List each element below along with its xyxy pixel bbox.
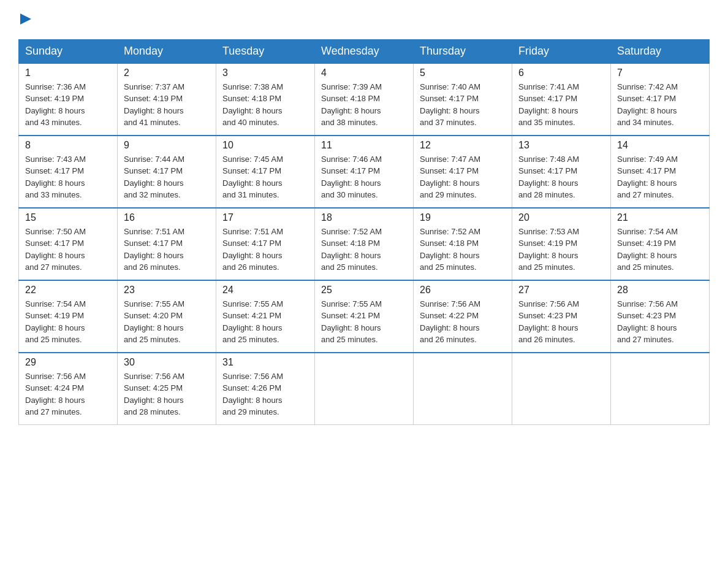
- day-info: Sunrise: 7:54 AM Sunset: 4:19 PM Dayligh…: [25, 298, 111, 346]
- day-number: 5: [420, 67, 506, 79]
- day-of-week-header: Thursday: [414, 39, 512, 63]
- calendar-cell: [414, 353, 512, 425]
- day-info: Sunrise: 7:46 AM Sunset: 4:17 PM Dayligh…: [321, 153, 407, 201]
- day-info: Sunrise: 7:45 AM Sunset: 4:17 PM Dayligh…: [222, 153, 308, 201]
- day-number: 21: [617, 212, 703, 223]
- day-number: 18: [321, 212, 407, 223]
- day-info: Sunrise: 7:56 AM Sunset: 4:23 PM Dayligh…: [617, 298, 703, 346]
- day-info: Sunrise: 7:52 AM Sunset: 4:18 PM Dayligh…: [420, 226, 506, 274]
- week-row: 1 Sunrise: 7:36 AM Sunset: 4:19 PM Dayli…: [19, 63, 710, 136]
- calendar-cell: 27 Sunrise: 7:56 AM Sunset: 4:23 PM Dayl…: [512, 280, 611, 353]
- week-row: 22 Sunrise: 7:54 AM Sunset: 4:19 PM Dayl…: [19, 280, 710, 353]
- calendar-cell: 21 Sunrise: 7:54 AM Sunset: 4:19 PM Dayl…: [611, 208, 710, 280]
- week-row: 29 Sunrise: 7:56 AM Sunset: 4:24 PM Dayl…: [19, 353, 710, 425]
- day-info: Sunrise: 7:48 AM Sunset: 4:17 PM Dayligh…: [518, 153, 604, 201]
- calendar-cell: 11 Sunrise: 7:46 AM Sunset: 4:17 PM Dayl…: [315, 136, 414, 208]
- calendar-cell: 29 Sunrise: 7:56 AM Sunset: 4:24 PM Dayl…: [19, 353, 118, 425]
- calendar-cell: 17 Sunrise: 7:51 AM Sunset: 4:17 PM Dayl…: [216, 208, 315, 280]
- day-info: Sunrise: 7:51 AM Sunset: 4:17 PM Dayligh…: [222, 226, 308, 274]
- day-number: 8: [25, 140, 111, 151]
- calendar-cell: [512, 353, 611, 425]
- calendar-cell: 10 Sunrise: 7:45 AM Sunset: 4:17 PM Dayl…: [216, 136, 315, 208]
- day-info: Sunrise: 7:49 AM Sunset: 4:17 PM Dayligh…: [617, 153, 703, 201]
- day-info: Sunrise: 7:39 AM Sunset: 4:18 PM Dayligh…: [321, 81, 407, 129]
- svg-marker-0: [20, 13, 31, 25]
- day-info: Sunrise: 7:56 AM Sunset: 4:22 PM Dayligh…: [420, 298, 506, 346]
- day-number: 30: [124, 357, 210, 368]
- day-number: 3: [222, 67, 308, 79]
- day-number: 31: [222, 357, 308, 368]
- day-number: 24: [222, 285, 308, 296]
- day-info: Sunrise: 7:56 AM Sunset: 4:24 PM Dayligh…: [25, 370, 111, 418]
- calendar-cell: 20 Sunrise: 7:53 AM Sunset: 4:19 PM Dayl…: [512, 208, 611, 280]
- day-info: Sunrise: 7:51 AM Sunset: 4:17 PM Dayligh…: [124, 226, 210, 274]
- calendar-table: SundayMondayTuesdayWednesdayThursdayFrid…: [18, 39, 710, 425]
- day-number: 16: [124, 212, 210, 223]
- day-info: Sunrise: 7:43 AM Sunset: 4:17 PM Dayligh…: [25, 153, 111, 201]
- calendar-cell: 28 Sunrise: 7:56 AM Sunset: 4:23 PM Dayl…: [611, 280, 710, 353]
- day-info: Sunrise: 7:36 AM Sunset: 4:19 PM Dayligh…: [25, 81, 111, 129]
- day-info: Sunrise: 7:50 AM Sunset: 4:17 PM Dayligh…: [25, 226, 111, 274]
- day-info: Sunrise: 7:44 AM Sunset: 4:17 PM Dayligh…: [124, 153, 210, 201]
- days-of-week-row: SundayMondayTuesdayWednesdayThursdayFrid…: [19, 39, 710, 63]
- day-number: 9: [124, 140, 210, 151]
- day-number: 10: [222, 140, 308, 151]
- calendar-cell: [611, 353, 710, 425]
- day-of-week-header: Tuesday: [216, 39, 315, 63]
- day-of-week-header: Wednesday: [315, 39, 414, 63]
- day-number: 2: [124, 67, 210, 79]
- calendar-cell: 18 Sunrise: 7:52 AM Sunset: 4:18 PM Dayl…: [315, 208, 414, 280]
- day-number: 17: [222, 212, 308, 223]
- day-number: 12: [420, 140, 506, 151]
- header-section: [18, 12, 710, 27]
- day-number: 20: [518, 212, 604, 223]
- calendar-cell: 6 Sunrise: 7:41 AM Sunset: 4:17 PM Dayli…: [512, 63, 611, 136]
- day-of-week-header: Friday: [512, 39, 611, 63]
- calendar-cell: 2 Sunrise: 7:37 AM Sunset: 4:19 PM Dayli…: [118, 63, 216, 136]
- day-number: 19: [420, 212, 506, 223]
- day-of-week-header: Monday: [118, 39, 216, 63]
- day-info: Sunrise: 7:55 AM Sunset: 4:20 PM Dayligh…: [124, 298, 210, 346]
- day-number: 4: [321, 67, 407, 79]
- day-number: 29: [25, 357, 111, 368]
- calendar-cell: 14 Sunrise: 7:49 AM Sunset: 4:17 PM Dayl…: [611, 136, 710, 208]
- week-row: 15 Sunrise: 7:50 AM Sunset: 4:17 PM Dayl…: [19, 208, 710, 280]
- calendar-cell: 9 Sunrise: 7:44 AM Sunset: 4:17 PM Dayli…: [118, 136, 216, 208]
- day-number: 27: [518, 285, 604, 296]
- calendar-cell: 1 Sunrise: 7:36 AM Sunset: 4:19 PM Dayli…: [19, 63, 118, 136]
- calendar-cell: 15 Sunrise: 7:50 AM Sunset: 4:17 PM Dayl…: [19, 208, 118, 280]
- day-info: Sunrise: 7:54 AM Sunset: 4:19 PM Dayligh…: [617, 226, 703, 274]
- logo-area: [18, 12, 31, 27]
- day-info: Sunrise: 7:56 AM Sunset: 4:26 PM Dayligh…: [222, 370, 308, 418]
- day-info: Sunrise: 7:55 AM Sunset: 4:21 PM Dayligh…: [222, 298, 308, 346]
- day-number: 23: [124, 285, 210, 296]
- week-row: 8 Sunrise: 7:43 AM Sunset: 4:17 PM Dayli…: [19, 136, 710, 208]
- calendar-cell: 16 Sunrise: 7:51 AM Sunset: 4:17 PM Dayl…: [118, 208, 216, 280]
- calendar-cell: 7 Sunrise: 7:42 AM Sunset: 4:17 PM Dayli…: [611, 63, 710, 136]
- calendar-cell: 25 Sunrise: 7:55 AM Sunset: 4:21 PM Dayl…: [315, 280, 414, 353]
- calendar-cell: 22 Sunrise: 7:54 AM Sunset: 4:19 PM Dayl…: [19, 280, 118, 353]
- day-info: Sunrise: 7:38 AM Sunset: 4:18 PM Dayligh…: [222, 81, 308, 129]
- day-info: Sunrise: 7:41 AM Sunset: 4:17 PM Dayligh…: [518, 81, 604, 129]
- day-info: Sunrise: 7:55 AM Sunset: 4:21 PM Dayligh…: [321, 298, 407, 346]
- day-of-week-header: Sunday: [19, 39, 118, 63]
- day-number: 28: [617, 285, 703, 296]
- calendar-cell: 8 Sunrise: 7:43 AM Sunset: 4:17 PM Dayli…: [19, 136, 118, 208]
- calendar-cell: 5 Sunrise: 7:40 AM Sunset: 4:17 PM Dayli…: [414, 63, 512, 136]
- day-number: 6: [518, 67, 604, 79]
- calendar-cell: [315, 353, 414, 425]
- calendar-cell: 30 Sunrise: 7:56 AM Sunset: 4:25 PM Dayl…: [118, 353, 216, 425]
- day-number: 13: [518, 140, 604, 151]
- day-number: 14: [617, 140, 703, 151]
- calendar-cell: 26 Sunrise: 7:56 AM Sunset: 4:22 PM Dayl…: [414, 280, 512, 353]
- day-number: 26: [420, 285, 506, 296]
- day-info: Sunrise: 7:37 AM Sunset: 4:19 PM Dayligh…: [124, 81, 210, 129]
- calendar-cell: 12 Sunrise: 7:47 AM Sunset: 4:17 PM Dayl…: [414, 136, 512, 208]
- day-number: 22: [25, 285, 111, 296]
- calendar-cell: 23 Sunrise: 7:55 AM Sunset: 4:20 PM Dayl…: [118, 280, 216, 353]
- calendar-cell: 31 Sunrise: 7:56 AM Sunset: 4:26 PM Dayl…: [216, 353, 315, 425]
- day-info: Sunrise: 7:52 AM Sunset: 4:18 PM Dayligh…: [321, 226, 407, 274]
- day-number: 1: [25, 67, 111, 79]
- calendar-cell: 24 Sunrise: 7:55 AM Sunset: 4:21 PM Dayl…: [216, 280, 315, 353]
- day-number: 7: [617, 67, 703, 79]
